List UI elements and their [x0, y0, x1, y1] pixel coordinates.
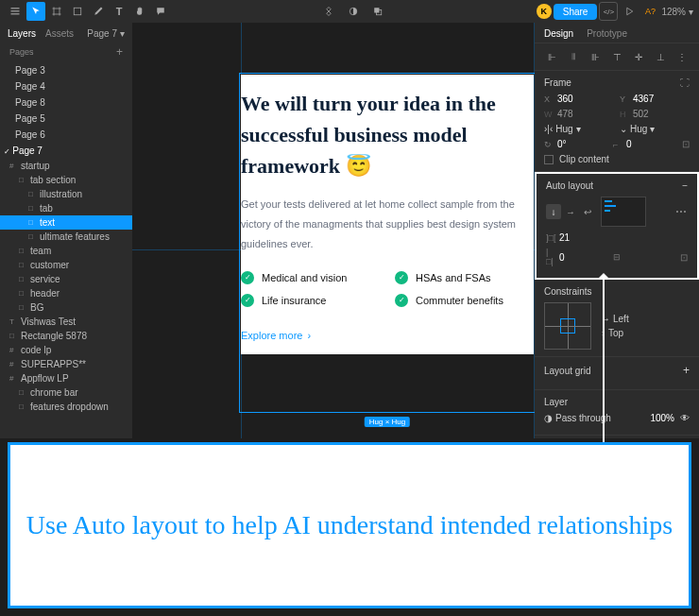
- frame-tool-icon[interactable]: [47, 2, 66, 21]
- layer-item[interactable]: □header: [0, 286, 132, 300]
- opacity-input[interactable]: 100%: [650, 413, 674, 423]
- add-grid-button[interactable]: +: [683, 364, 690, 377]
- layer-item[interactable]: □service: [0, 272, 132, 286]
- selection-size-label: Hug × Hug: [365, 417, 410, 427]
- svg-rect-0: [11, 8, 20, 9]
- layer-item[interactable]: #SUPERAPPS**: [0, 357, 132, 371]
- selection-outline: Hug × Hug: [239, 73, 535, 413]
- blend-mode-dropdown[interactable]: ◑Pass through: [544, 413, 644, 423]
- layer-item[interactable]: #startup: [0, 159, 132, 173]
- annotation-text: Use Auto layout to help AI understand in…: [26, 507, 673, 543]
- direction-horizontal-icon[interactable]: →: [563, 204, 578, 219]
- layer-item[interactable]: □chrome bar: [0, 385, 132, 400]
- gap-input[interactable]: 21: [559, 232, 570, 243]
- layer-item[interactable]: #code lp: [0, 343, 132, 357]
- svg-rect-2: [11, 13, 20, 14]
- layer-item[interactable]: □tab section: [0, 173, 132, 187]
- top-toolbar: T K Share </> A? 128% ▾: [0, 0, 699, 23]
- align-vcenter-icon[interactable]: ✛: [631, 49, 646, 64]
- layer-list: #startup□tab section□illustration□tab□te…: [0, 159, 132, 438]
- page-item[interactable]: Page 7: [0, 143, 132, 159]
- dev-mode-icon[interactable]: </>: [599, 2, 618, 21]
- visibility-icon[interactable]: 👁: [680, 413, 690, 423]
- layer-item[interactable]: □illustration: [0, 187, 132, 201]
- padding-expand-icon[interactable]: ⊡: [680, 252, 688, 263]
- layers-tab[interactable]: Layers: [8, 28, 36, 39]
- constraint-widget[interactable]: [544, 302, 591, 350]
- w-mode-dropdown[interactable]: ›|‹Hug▾: [544, 124, 614, 134]
- frame-section: Frame⛶ X360 Y4367 W478 H502 ›|‹Hug▾ ⌄Hug…: [535, 71, 699, 172]
- rotation-input[interactable]: 0°: [557, 139, 567, 149]
- layer-item[interactable]: □text: [0, 215, 132, 230]
- mask-icon[interactable]: [344, 2, 363, 21]
- autolayout-more-icon[interactable]: ⋯: [675, 205, 688, 218]
- align-right-icon[interactable]: ⊪: [588, 49, 603, 64]
- prototype-tab[interactable]: Prototype: [587, 28, 627, 39]
- page-item[interactable]: Page 3: [0, 62, 132, 78]
- radius-input[interactable]: 0: [626, 139, 632, 149]
- page-item[interactable]: Page 5: [0, 111, 132, 127]
- add-page-button[interactable]: +: [116, 45, 123, 59]
- zoom-control[interactable]: 128% ▾: [661, 7, 693, 17]
- x-input[interactable]: 360: [557, 94, 573, 104]
- clip-content-checkbox[interactable]: [544, 155, 554, 164]
- page-item[interactable]: Page 4: [0, 78, 132, 94]
- share-button[interactable]: Share: [554, 4, 598, 20]
- radius-expand-icon[interactable]: ⊡: [682, 139, 690, 149]
- assets-tab[interactable]: Assets: [45, 28, 74, 39]
- layer-item[interactable]: #Appflow LP: [0, 371, 132, 385]
- clip-content-label: Clip content: [559, 154, 609, 164]
- remove-autolayout-button[interactable]: −: [682, 180, 688, 191]
- question-icon[interactable]: A?: [640, 2, 659, 21]
- components-icon[interactable]: [319, 2, 338, 21]
- layer-item[interactable]: □features dropdown: [0, 400, 132, 414]
- align-bottom-icon[interactable]: ⊥: [653, 49, 668, 64]
- alignment-box[interactable]: [601, 197, 646, 227]
- design-tab[interactable]: Design: [544, 28, 573, 39]
- page-list: Page 3Page 4Page 8Page 5Page 6Page 7: [0, 62, 132, 159]
- pages-header-label: Pages: [9, 47, 34, 57]
- pad-h-input[interactable]: 0: [559, 252, 565, 263]
- layer-item[interactable]: TVishwas Test: [0, 315, 132, 329]
- y-input[interactable]: 4367: [633, 94, 654, 104]
- frame-options-icon[interactable]: ⛶: [680, 77, 690, 88]
- boolean-icon[interactable]: [368, 2, 387, 21]
- align-top-icon[interactable]: ⊤: [609, 49, 624, 64]
- page-item[interactable]: Page 6: [0, 127, 132, 143]
- page-selector[interactable]: Page 7 ▾: [87, 28, 125, 39]
- page-item[interactable]: Page 8: [0, 94, 132, 111]
- play-icon[interactable]: [620, 2, 639, 21]
- svg-rect-1: [11, 10, 20, 11]
- constraints-section: Constraints ↔Left ↕Top: [535, 280, 699, 357]
- constraint-h-dropdown[interactable]: ↔Left: [601, 314, 629, 324]
- annotation-box: Use Auto layout to help AI understand in…: [8, 442, 691, 608]
- right-panel: Design Prototype ⊩ ⫴ ⊪ ⊤ ✛ ⊥ ⋮ Frame⛶ X3…: [535, 23, 699, 438]
- shape-tool-icon[interactable]: [68, 2, 87, 21]
- layer-item[interactable]: □ultimate features: [0, 230, 132, 244]
- distribute-icon[interactable]: ⋮: [674, 49, 690, 64]
- h-mode-dropdown[interactable]: ⌄Hug▾: [620, 124, 690, 134]
- layer-item[interactable]: □tab: [0, 201, 132, 215]
- direction-vertical-icon[interactable]: ↓: [546, 204, 561, 219]
- align-left-icon[interactable]: ⊩: [544, 49, 559, 64]
- left-panel: Layers Assets Page 7 ▾ Pages + Page 3Pag…: [0, 23, 132, 438]
- text-tool-icon[interactable]: T: [110, 2, 128, 21]
- comment-tool-icon[interactable]: [151, 2, 170, 21]
- w-input[interactable]: 478: [557, 109, 573, 119]
- direction-wrap-icon[interactable]: ↩: [580, 204, 595, 219]
- menu-icon[interactable]: [6, 2, 25, 21]
- pen-tool-icon[interactable]: [89, 2, 108, 21]
- hand-tool-icon[interactable]: [130, 2, 149, 21]
- layer-item[interactable]: □team: [0, 244, 132, 258]
- move-tool-icon[interactable]: [26, 2, 45, 21]
- canvas[interactable]: We will turn your idea in the successful…: [132, 23, 535, 438]
- layer-item[interactable]: □Rectangle 5878: [0, 329, 132, 343]
- constraint-v-dropdown[interactable]: ↕Top: [601, 328, 629, 338]
- layer-item[interactable]: □customer: [0, 258, 132, 272]
- layer-item[interactable]: □BG: [0, 300, 132, 315]
- annotation-arrow: [603, 274, 605, 442]
- h-input[interactable]: 502: [633, 109, 649, 119]
- align-hcenter-icon[interactable]: ⫴: [566, 49, 581, 64]
- user-avatar[interactable]: K: [537, 4, 552, 19]
- layout-grid-section: Layout grid+: [535, 357, 699, 390]
